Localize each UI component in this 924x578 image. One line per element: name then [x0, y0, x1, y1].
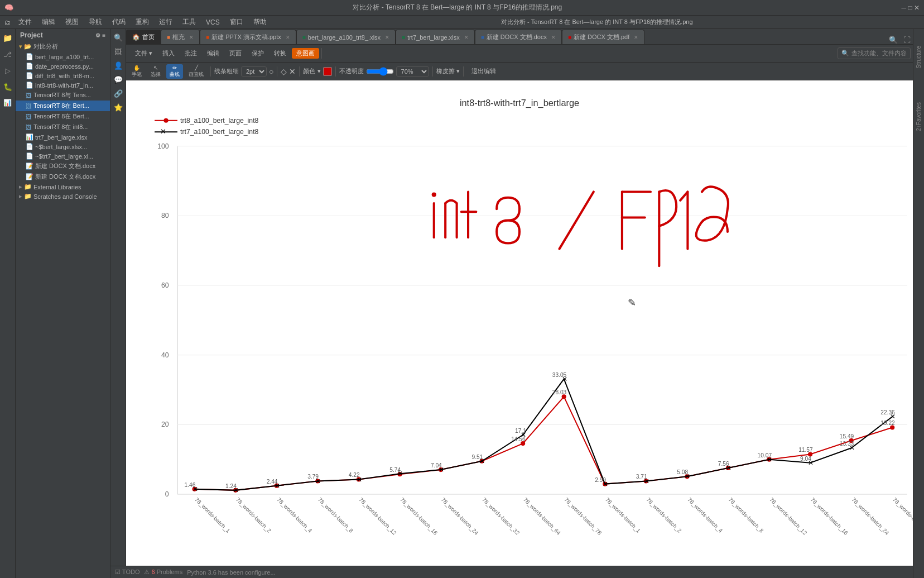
svg-text:80: 80: [161, 212, 169, 220]
doc-tab-trt7-xlsx[interactable]: ■ trt7_bert_large.xlsx ✕: [396, 30, 475, 44]
sec-icon-star[interactable]: ⭐: [114, 103, 123, 112]
svg-text:40: 40: [161, 351, 169, 359]
title-text: 对比分析 - TensorRT 8 在 Bert—large 的 INT 8 与…: [18, 3, 897, 12]
svg-rect-0: [126, 89, 913, 557]
svg-text:9.51: 9.51: [471, 454, 483, 460]
tree-item-tensorrt8-int8[interactable]: 🖼 TensorRT 8在 int8...: [16, 122, 110, 132]
tree-item-tensorrt8-bert2[interactable]: 🖼 TensorRT 8在 Bert...: [16, 111, 110, 122]
opacity-slider[interactable]: [366, 67, 394, 76]
menu-edit[interactable]: 编辑: [37, 16, 60, 28]
svg-text:5.08: 5.08: [677, 469, 688, 475]
sec-icon-chat[interactable]: 💬: [114, 75, 123, 84]
doc-tab-docx[interactable]: ■ 新建 DOCX 文档.docx ✕: [475, 30, 562, 44]
btn-convert[interactable]: 转换: [270, 48, 291, 59]
svg-text:22.36: 22.36: [880, 409, 895, 415]
chart-canvas[interactable]: int8-trt8-with-trt7_in_bertlarge trt8_a1…: [126, 80, 913, 566]
btn-highlight[interactable]: 意图画: [292, 48, 319, 59]
tree-item-trt7-bert[interactable]: 📊 trt7_bert_large.xlsx: [16, 132, 110, 142]
todo-status[interactable]: ☑ TODO: [115, 569, 139, 576]
btn-edit[interactable]: 编辑: [203, 48, 224, 59]
toolbar-search[interactable]: 🔍查找功能、文件内容: [838, 47, 911, 59]
menu-view[interactable]: 视图: [61, 16, 83, 28]
btn-insert[interactable]: 插入: [158, 48, 179, 59]
circle-shape: ○: [269, 67, 273, 76]
tree-item-diff-trt8[interactable]: 📄 diff_trt8_with_trt8-m...: [16, 71, 110, 80]
tree-item-tensorrt8-bert-selected[interactable]: 🖼 TensorRT 8在 Bert...: [16, 101, 110, 111]
tree-item-tilde-trt7[interactable]: 📄 ~$trt7_bert_large.xl...: [16, 151, 110, 161]
tree-item-docx1[interactable]: 📝 新建 DOCX 文档.docx: [16, 161, 110, 171]
sec-icon-home[interactable]: 🔍: [114, 34, 123, 42]
btn-hand[interactable]: ✋手笔: [128, 64, 145, 79]
search-icon-right[interactable]: 🔍: [886, 36, 901, 44]
tree-item-tensorrt8-tens[interactable]: 🖼 TensorRT 8与 Tens...: [16, 90, 110, 101]
svg-text:2.99: 2.99: [595, 477, 606, 483]
app-icon: 🧠: [4, 3, 13, 12]
svg-text:19.22: 19.22: [880, 420, 895, 426]
opacity-select[interactable]: 70%100%50%: [396, 66, 429, 77]
status-bar: ☑ TODO ⚠ 6 Problems Python 3.6 has been …: [110, 566, 913, 578]
file-tree-panel: Project ⚙ ≡ ▾ 📂 对比分析 📄 bert_large_a100_t…: [16, 29, 110, 578]
tree-item-dui[interactable]: ▾ 📂 对比分析: [16, 41, 110, 52]
menu-refactor[interactable]: 重构: [131, 16, 153, 28]
line-width-select[interactable]: 2pt1pt3pt4pt: [241, 66, 267, 77]
tree-item-bert-large[interactable]: 📄 bert_large_a100_trt...: [16, 52, 110, 61]
sidebar-icon-run[interactable]: ▷: [5, 66, 11, 75]
tree-item-scratches[interactable]: ▸ 📁 Scratches and Console: [16, 192, 110, 201]
svg-text:3.79: 3.79: [307, 474, 319, 480]
doc-tab-bert-xlsx[interactable]: ■ bert_large_a100_trt8_.xlsx ✕: [296, 30, 396, 44]
doc-tab-home[interactable]: 🏠 首页: [126, 30, 161, 44]
svg-text:0: 0: [165, 490, 169, 498]
menu-code[interactable]: 代码: [108, 16, 130, 28]
btn-select[interactable]: ↖选择: [147, 64, 164, 79]
svg-text:✕: ✕: [160, 127, 166, 136]
sec-icon-link[interactable]: 🔗: [114, 89, 123, 98]
menu-file[interactable]: 文件: [14, 16, 36, 28]
close-icon[interactable]: ✕: [289, 67, 296, 76]
tree-item-date-preprocess[interactable]: 📄 date_preprocess.py...: [16, 61, 110, 71]
menu-vcs[interactable]: VCS: [201, 17, 224, 27]
btn-exit-edit[interactable]: 退出编辑: [467, 66, 501, 77]
sidebar-icon-commit[interactable]: ⎇: [3, 50, 12, 59]
expand-icon[interactable]: ⛶: [901, 36, 913, 44]
menu-window[interactable]: 窗口: [225, 16, 248, 28]
btn-protect[interactable]: 保护: [247, 48, 268, 59]
sidebar-icon-profile[interactable]: 📊: [3, 99, 12, 107]
tree-item-ext-libs[interactable]: ▸ 📁 External Libraries: [16, 182, 110, 192]
sec-icon-image[interactable]: 🖼: [114, 47, 122, 56]
color-label: 颜色 ▾: [303, 67, 320, 75]
svg-text:33.05: 33.05: [552, 372, 567, 378]
color-swatch[interactable]: [323, 67, 332, 76]
menu-run[interactable]: 运行: [155, 16, 177, 28]
menu-tools[interactable]: 工具: [178, 16, 200, 28]
doc-tab-pdf[interactable]: ■ 新建 DOCX 文档.pdf ✕: [562, 30, 644, 44]
btn-page[interactable]: 页面: [225, 48, 246, 59]
btn-comment[interactable]: 批注: [180, 48, 201, 59]
sidebar-icon-project[interactable]: 📁: [3, 34, 12, 42]
structure-label[interactable]: Structure: [916, 46, 922, 69]
doc-tab-frame[interactable]: ■ 框充 ✕: [161, 30, 200, 44]
doc-tab-pptx[interactable]: ■ 新建 PPTX 演示文稿.pptx ✕: [200, 30, 296, 44]
window-controls[interactable]: ─ □ ✕: [902, 4, 920, 12]
svg-text:7.56: 7.56: [718, 461, 729, 467]
sec-icon-person[interactable]: 👤: [114, 61, 123, 70]
sidebar-icon-debug[interactable]: 🐛: [3, 83, 12, 91]
menu-navigate[interactable]: 导航: [84, 16, 107, 28]
content-area: 🔍 🖼 👤 💬 🔗 ⭐ 🏠 首页 ■ 框充 ✕: [110, 29, 913, 578]
btn-curve[interactable]: ✏曲线: [166, 64, 183, 79]
menu-help[interactable]: 帮助: [249, 16, 271, 28]
problems-status[interactable]: ⚠ 6 Problems: [144, 569, 182, 576]
favorites-label[interactable]: 2↑Favorites: [916, 102, 922, 131]
tree-item-tilde-bert[interactable]: 📄 ~$bert_large.xlsx...: [16, 142, 110, 151]
svg-text:4.22: 4.22: [349, 472, 360, 478]
btn-straight-line[interactable]: ╱画直线: [185, 64, 207, 79]
svg-text:9.04: 9.04: [800, 456, 811, 462]
svg-text:trt8_a100_bert_large_int8: trt8_a100_bert_large_int8: [180, 117, 258, 125]
btn-file[interactable]: 文件 ▾: [131, 48, 157, 59]
menu-bar: 🗂 文件 编辑 视图 导航 代码 重构 运行 工具 VCS 窗口 帮助 对比分析…: [0, 16, 924, 29]
tree-item-docx2[interactable]: 📝 新建 DOCX 文档.docx: [16, 171, 110, 182]
diamond-shape: ◇: [281, 67, 287, 76]
tree-item-int8-trt8[interactable]: 📄 int8-trt8-with-trt7_in...: [16, 80, 110, 90]
svg-text:60: 60: [161, 281, 169, 289]
svg-text:10.07: 10.07: [758, 452, 772, 458]
svg-text:15.49: 15.49: [840, 433, 854, 440]
